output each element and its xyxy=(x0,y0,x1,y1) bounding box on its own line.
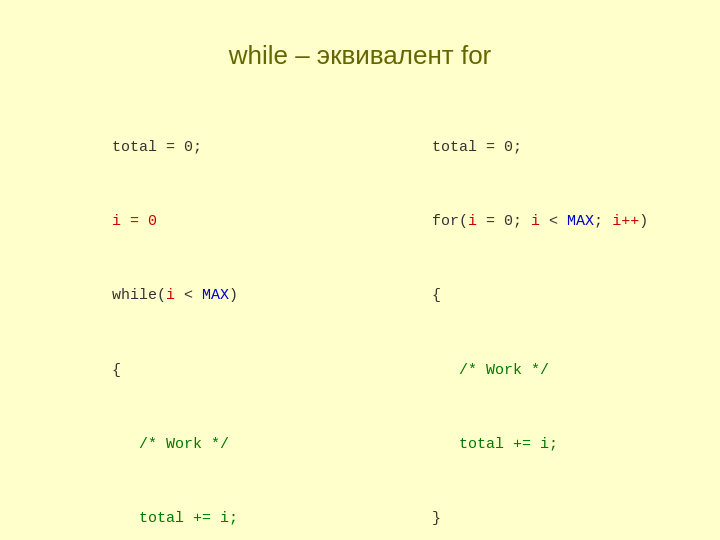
right-l2-max: MAX xyxy=(567,213,594,230)
right-l2-i2: i xyxy=(531,213,540,230)
left-l3-i: i xyxy=(166,287,175,304)
right-l4-text: /* Work */ xyxy=(432,362,549,379)
right-l2-ipp: i++ xyxy=(612,213,639,230)
right-l2-i1: i xyxy=(468,213,477,230)
left-l2-text: i = 0 xyxy=(112,213,157,230)
left-l5-text: /* Work */ xyxy=(112,436,229,453)
right-l2-close: ) xyxy=(639,213,648,230)
right-l2-lt: < xyxy=(540,213,567,230)
left-l4-text: { xyxy=(112,362,121,379)
right-line-6: } xyxy=(360,482,680,540)
for-code-block: total = 0; for(i = 0; i < MAX; i++) { /*… xyxy=(360,111,680,540)
left-l3-close: ) xyxy=(229,287,238,304)
right-l2-eq: = 0; xyxy=(477,213,531,230)
left-line-4: { xyxy=(40,334,360,408)
left-line-2: i = 0 xyxy=(40,185,360,259)
right-line-2: for(i = 0; i < MAX; i++) xyxy=(360,185,680,259)
right-l1-text: total = 0; xyxy=(432,139,522,156)
left-line-1: total = 0; xyxy=(40,111,360,185)
left-l6-text: total += i; xyxy=(112,510,238,527)
right-l5-text: total += i; xyxy=(432,436,558,453)
right-l2-semi: ; xyxy=(594,213,612,230)
page: while – эквивалент for total = 0; i = 0 … xyxy=(0,0,720,540)
left-l1-text: total = 0; xyxy=(112,139,202,156)
right-line-4: /* Work */ xyxy=(360,334,680,408)
left-l3-lt: < xyxy=(175,287,202,304)
while-code-block: total = 0; i = 0 while(i < MAX) { /* Wor… xyxy=(40,111,360,540)
left-l3-max: MAX xyxy=(202,287,229,304)
right-line-3: { xyxy=(360,260,680,334)
left-line-3: while(i < MAX) xyxy=(40,260,360,334)
left-line-6: total += i; xyxy=(40,482,360,540)
right-l2-for: for( xyxy=(432,213,468,230)
left-line-5: /* Work */ xyxy=(40,408,360,482)
page-title: while – эквивалент for xyxy=(0,0,720,71)
right-l6-text: } xyxy=(432,510,441,527)
right-line-5: total += i; xyxy=(360,408,680,482)
right-l3-text: { xyxy=(432,287,441,304)
code-area: total = 0; i = 0 while(i < MAX) { /* Wor… xyxy=(0,111,720,540)
right-line-1: total = 0; xyxy=(360,111,680,185)
left-l3-while: while( xyxy=(112,287,166,304)
